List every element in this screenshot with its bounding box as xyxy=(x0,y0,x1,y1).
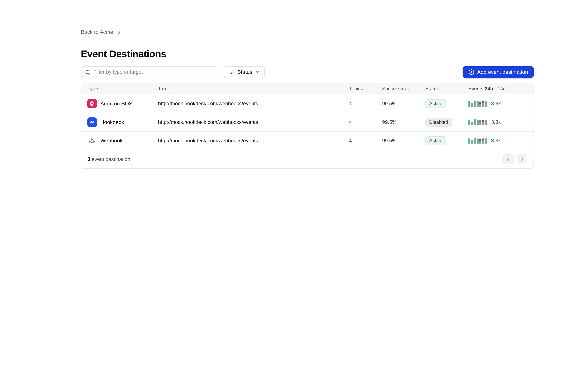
events-sparkline-chart xyxy=(468,100,487,106)
search-icon xyxy=(85,70,90,75)
destination-type-label: Webhook xyxy=(100,138,122,144)
events-count: 3.3k xyxy=(491,119,501,125)
plus-circle-icon xyxy=(468,69,474,75)
next-page-button[interactable] xyxy=(517,154,527,164)
table-row-webhook[interactable]: Webhook http://mock.hookdeck.com/webhook… xyxy=(81,131,534,150)
previous-page-button[interactable] xyxy=(503,154,514,164)
destination-type-label: Hookdeck xyxy=(100,119,124,125)
destination-type-label: Amazon SQS xyxy=(100,100,132,107)
column-header-target: Target xyxy=(158,86,349,92)
pagination xyxy=(503,154,527,164)
add-event-destination-button[interactable]: Add event destination xyxy=(462,66,534,78)
column-header-type: Type xyxy=(88,86,158,92)
chevron-down-icon xyxy=(256,70,260,74)
status-badge: Active xyxy=(425,136,446,145)
table-row-hookdeck[interactable]: Hookdeck http://mock.hookdeck.com/webhoo… xyxy=(81,113,534,131)
status-filter-button[interactable]: Status xyxy=(224,66,265,78)
topics-count: 4 xyxy=(349,119,382,125)
table-row-amazon-sqs[interactable]: Amazon SQS http://mock.hookdeck.com/webh… xyxy=(81,94,534,113)
topics-count: 4 xyxy=(349,138,382,144)
column-header-events: Events 24h · 14d xyxy=(468,86,527,92)
event-destinations-page: Back to Acme Event Destinations Status A… xyxy=(81,0,534,169)
webhook-icon xyxy=(88,136,97,145)
topics-count: 4 xyxy=(349,101,382,106)
chevron-left-icon xyxy=(506,157,511,162)
column-header-topics: Topics xyxy=(349,86,382,92)
events-sparkline-chart xyxy=(468,119,487,125)
chevron-right-icon xyxy=(520,157,524,162)
arrow-right-icon xyxy=(115,29,121,35)
success-rate-value: 99.5% xyxy=(382,119,425,125)
status-badge: Active xyxy=(425,99,446,108)
row-count-label: 3 event destination xyxy=(88,156,130,162)
column-header-success-rate: Success rate xyxy=(382,86,425,92)
success-rate-value: 99.5% xyxy=(382,138,425,144)
events-count: 3.3k xyxy=(491,101,501,106)
page-title: Event Destinations xyxy=(81,48,534,60)
status-filter-label: Status xyxy=(237,69,252,75)
table-footer: 3 event destination xyxy=(81,150,534,168)
amazon-sqs-icon xyxy=(88,99,97,108)
success-rate-value: 99.5% xyxy=(382,101,425,106)
filter-input[interactable] xyxy=(81,66,218,78)
events-sparkline-chart xyxy=(468,138,487,144)
table-header-row: Type Target Topics Success rate Status E… xyxy=(81,84,534,94)
add-button-label: Add event destination xyxy=(477,69,528,75)
filter-lines-icon xyxy=(228,69,234,75)
destination-target-url: http://mock.hookdeck.com/webhooks/events xyxy=(158,119,349,125)
column-header-status: Status xyxy=(425,86,468,92)
hookdeck-icon xyxy=(88,118,97,127)
back-link-label: Back to Acme xyxy=(81,29,113,35)
status-badge: Disabled xyxy=(425,118,452,126)
destination-target-url: http://mock.hookdeck.com/webhooks/events xyxy=(158,101,349,106)
destination-target-url: http://mock.hookdeck.com/webhooks/events xyxy=(158,138,349,144)
back-to-acme-link[interactable]: Back to Acme xyxy=(81,29,121,35)
events-count: 3.3k xyxy=(491,138,501,144)
toolbar: Status Add event destination xyxy=(81,66,534,78)
filter-search-box xyxy=(81,66,219,78)
event-destinations-table: Type Target Topics Success rate Status E… xyxy=(81,83,534,169)
